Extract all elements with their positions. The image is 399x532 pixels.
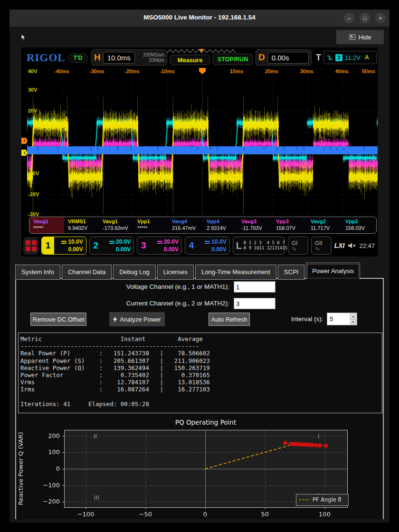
sample-rate-value: 200MSa/s	[143, 52, 164, 57]
measurement-value: 158.07V	[276, 225, 307, 231]
channel-offset: 0.00V	[164, 246, 179, 253]
channel-number: 2	[90, 237, 102, 254]
channel-scale: 10.0V	[68, 238, 83, 245]
interval-label: Interval (s):	[291, 315, 323, 323]
channel-number: 1	[42, 237, 54, 254]
current-channel-input[interactable]	[234, 298, 276, 309]
tab-system-info[interactable]: System Info	[15, 265, 60, 280]
mouse-cursor	[21, 34, 27, 41]
oscilloscope-screenshot[interactable]: RIGOL T'D H 10.0ms 200MSa/s 20Mpts Measu…	[21, 48, 378, 256]
time-label: -20ms	[124, 68, 143, 74]
measurement-value: 158.03V	[345, 225, 376, 231]
volt-label: 40V	[28, 68, 38, 74]
channel-scale: 10.0V	[211, 238, 226, 245]
channel-scale: 20.0V	[164, 238, 179, 245]
hide-button[interactable]: Hide	[336, 30, 384, 44]
measurement-cell: Vpp42.9314V	[203, 217, 238, 233]
remove-dc-offset-button[interactable]: Remove DC Offset	[30, 313, 86, 326]
measurement-value: -173.92mV	[103, 225, 133, 231]
measurement-label: VRMS1	[68, 218, 99, 224]
dc-coupling-icon	[205, 241, 210, 244]
maximize-button[interactable]: □	[360, 13, 370, 23]
dc-coupling-icon	[61, 241, 66, 244]
trigger-info: 2 11.2V A	[323, 51, 377, 64]
titlebar: MSO5000 Live Monitor - 192.168.1.54 – □ …	[10, 10, 390, 27]
measurement-label: Vavg4	[172, 218, 203, 224]
measurement-cell: Vavg1-173.92mV	[99, 217, 133, 233]
interval-spinbox[interactable]: 5 ▲ ▼	[327, 313, 357, 325]
measurement-value: 9.9402V	[68, 225, 99, 231]
tab-licenses[interactable]: Licenses	[157, 265, 194, 280]
channel-number: 3	[137, 237, 150, 254]
measurement-value: *****	[137, 225, 168, 231]
timebase-value: 10.0ms	[103, 52, 135, 64]
sine-wave-icon: ∿	[292, 247, 297, 251]
time-label: -10ms	[160, 68, 179, 74]
app-window: MSO5000 Live Monitor - 192.168.1.54 – □ …	[10, 10, 390, 522]
analyze-power-button[interactable]: Analyze Power	[109, 312, 165, 326]
measurement-cell: Vavg4216.47mV	[168, 217, 203, 233]
minimize-button[interactable]: –	[344, 13, 354, 23]
spin-up-icon[interactable]: ▲	[350, 314, 356, 319]
logic-bits-row1: 0 1 2 3 4 5 6 7	[244, 240, 285, 245]
trigger-slope-icon	[327, 54, 333, 61]
sample-rate: 200MSa/s 20Mpts	[138, 52, 167, 63]
hide-icon	[349, 34, 356, 40]
measurement-value: 216.47mV	[172, 225, 203, 231]
measurement-label: Vpp2	[345, 218, 376, 224]
spin-down-icon[interactable]: ▼	[350, 319, 356, 324]
voltage-channel-label: Voltage Channel (e.g., 1 or MATH1):	[126, 283, 229, 290]
auto-refresh-button[interactable]: Auto Refresh	[209, 313, 250, 326]
channel-offset: 0.00V	[211, 246, 226, 253]
gen2-box: GII∿	[311, 237, 332, 255]
tab-channel-data[interactable]: Channel Data	[62, 265, 112, 280]
measurement-label: Vavg1	[103, 218, 133, 224]
volt-label: -20V	[28, 191, 39, 197]
volt-label: 20V	[28, 108, 38, 114]
measurement-cell: Vpp1*****	[133, 217, 168, 233]
sine-wave-icon: ∿	[315, 247, 320, 251]
lightning-icon	[113, 316, 117, 323]
trigger-level: 11.2V	[345, 54, 361, 61]
menu-grid-icon	[23, 237, 38, 255]
close-button[interactable]: ×	[375, 13, 386, 23]
tab-power-analysis[interactable]: Power Analysis	[306, 263, 360, 280]
scope-header: RIGOL T'D H 10.0ms 200MSa/s 20Mpts Measu…	[21, 48, 378, 67]
gen1-box: GI∿	[288, 237, 308, 255]
lxi-logo: LXI	[334, 242, 345, 249]
measurement-bar: Vavg1***** VRMS19.9402V Vavg1-173.92mV V…	[29, 217, 377, 234]
measure-button: Measure	[170, 55, 210, 65]
logic-bits-row2: 8 9 1011 12131415	[244, 246, 287, 250]
scope-clock: 22:47	[359, 242, 375, 249]
speaker-muted-icon	[348, 242, 356, 249]
channel-offset: 0.00V	[68, 246, 83, 253]
volt-label: -30V	[28, 211, 39, 217]
measurement-label: Vpp3	[276, 218, 307, 224]
time-label: -40ms	[54, 68, 73, 74]
metrics-box: Metric Instant Average -----------------…	[18, 332, 382, 413]
horizontal-settings-box: H 10.0ms 200MSa/s 20Mpts	[91, 49, 167, 66]
tab-long-time-measurement[interactable]: Long-Time Measurement	[195, 265, 276, 280]
dc-coupling-icon	[109, 241, 114, 244]
measurement-cell: Vavg1*****	[29, 217, 64, 233]
measurement-value: 11.717V	[311, 225, 342, 231]
measurement-cell: Vavg3-11.703V	[238, 217, 272, 233]
time-label: 10ms	[230, 68, 249, 74]
measurement-label: Vpp4	[207, 218, 238, 224]
measurement-label: Vavg2	[311, 218, 342, 224]
volt-label: -10V	[28, 171, 39, 176]
channel-offset: 0.00V	[116, 246, 131, 253]
voltage-channel-input[interactable]	[234, 281, 276, 293]
rigol-logo: RIGOL	[27, 52, 66, 64]
waveform-display: 40V 30V 20V -10V -20V -30V -40ms -30ms -…	[27, 68, 378, 216]
measurement-cell: Vpp2158.03V	[342, 217, 376, 233]
tab-scpi[interactable]: SCPI	[278, 265, 304, 280]
logic-label: L	[236, 240, 242, 251]
hide-label: Hide	[359, 34, 371, 41]
time-label: 40ms	[335, 68, 354, 74]
measurement-value: 2.9314V	[207, 225, 238, 231]
pq-chart	[16, 416, 383, 521]
tab-debug-log[interactable]: Debug Log	[113, 265, 156, 280]
measurement-value: *****	[33, 225, 64, 231]
metrics-text: Metric Instant Average -----------------…	[20, 335, 380, 408]
